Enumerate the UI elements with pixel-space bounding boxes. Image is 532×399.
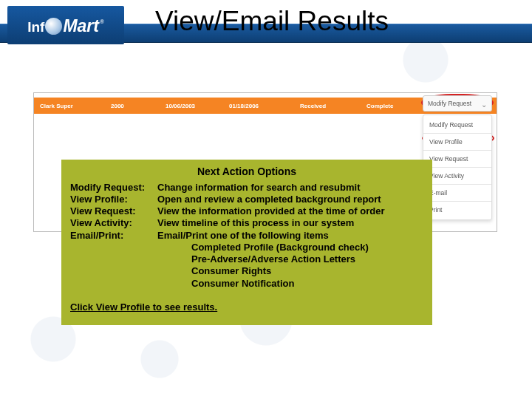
- header: Inf Mart ® View/Email Results: [0, 0, 532, 52]
- info-subitem: Completed Profile (Background check): [191, 242, 423, 253]
- logo: Inf Mart ®: [7, 6, 124, 44]
- registered-icon: ®: [100, 18, 104, 25]
- info-box: Next Action Options Modify Request:Chang…: [61, 160, 432, 325]
- action-dropdown[interactable]: Modify Request ⌄ Modify Request View Pro…: [423, 95, 492, 220]
- info-row: Modify Request:Change information for se…: [70, 182, 423, 194]
- info-label: Modify Request:: [70, 182, 157, 194]
- globe-icon: [45, 18, 62, 35]
- cell-name: Clark Super: [40, 103, 111, 109]
- dropdown-item-modify-request[interactable]: Modify Request: [423, 117, 491, 133]
- logo-text-mart: Mart: [63, 16, 99, 36]
- chevron-down-icon: ⌄: [481, 100, 487, 109]
- info-row: View Request:View the information provid…: [70, 205, 423, 217]
- cell-date1: 10/06/2003: [166, 103, 229, 109]
- dropdown-list: Modify Request View Profile View Request…: [423, 115, 492, 220]
- cell-status2: Complete: [366, 103, 424, 109]
- info-desc: View the information provided at the tim…: [157, 205, 384, 217]
- info-cta: Click View Profile to see results.: [70, 301, 423, 313]
- info-subitem: Consumer Rights: [191, 265, 423, 277]
- info-row: View Activity:View timeline of this proc…: [70, 217, 423, 229]
- info-label: View Activity:: [70, 217, 157, 229]
- info-desc: View timeline of this process in our sys…: [157, 217, 354, 229]
- info-title: Next Action Options: [70, 166, 423, 179]
- info-desc: Open and review a completed background r…: [157, 194, 381, 205]
- info-row: Email/Print:Email/Print one of the follo…: [70, 230, 423, 242]
- cell-status1: Received: [300, 103, 366, 109]
- dropdown-item-view-activity[interactable]: View Activity: [423, 168, 491, 184]
- dropdown-item-view-request[interactable]: View Request: [423, 151, 491, 167]
- info-label: View Profile:: [70, 194, 157, 205]
- info-subitem: Pre-Adverse/Adverse Action Letters: [191, 253, 423, 265]
- dropdown-item-print[interactable]: Print: [423, 202, 491, 218]
- info-label: View Request:: [70, 205, 157, 217]
- dropdown-selected-label: Modify Request: [428, 100, 471, 107]
- logo-text-info: Inf: [27, 19, 44, 35]
- info-row: View Profile:Open and review a completed…: [70, 194, 423, 205]
- cell-date2: 01/18/2006: [229, 103, 300, 109]
- page-title: View/Email Results: [155, 6, 389, 37]
- info-desc: Change information for search and resubm…: [157, 182, 361, 194]
- dropdown-item-view-profile[interactable]: View Profile: [423, 134, 491, 150]
- dropdown-selected[interactable]: Modify Request ⌄: [423, 95, 492, 112]
- info-subitem: Consumer Notification: [191, 278, 423, 290]
- info-desc: Email/Print one of the following items: [157, 230, 329, 242]
- dropdown-item-email[interactable]: E-mail: [423, 185, 491, 201]
- cell-id: 2000: [111, 103, 166, 109]
- info-label: Email/Print:: [70, 230, 157, 242]
